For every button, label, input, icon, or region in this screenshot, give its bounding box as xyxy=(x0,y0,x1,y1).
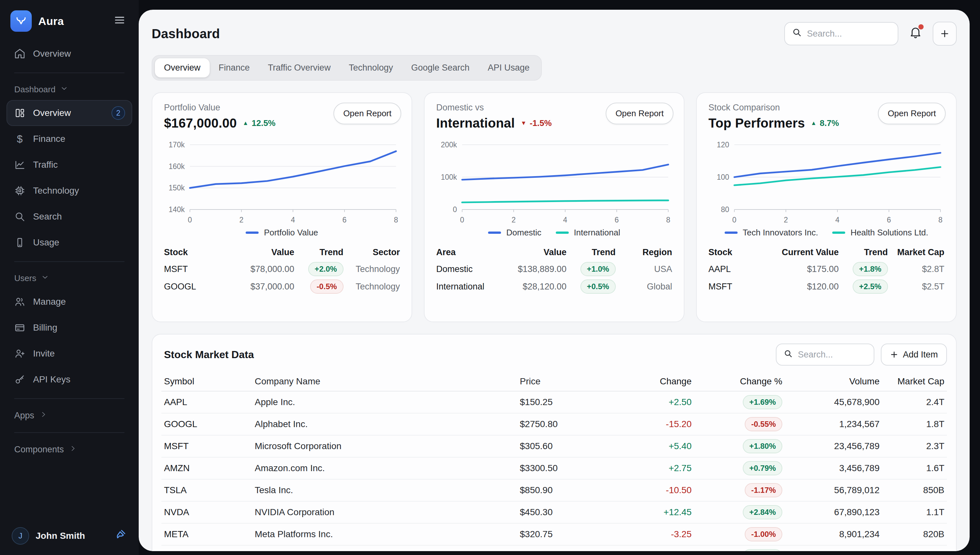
open-report-button[interactable]: Open Report xyxy=(333,103,401,124)
svg-text:4: 4 xyxy=(563,216,568,224)
table-row: METAMeta Platforms Inc.$320.75-3.25-1.00… xyxy=(161,524,947,545)
svg-text:6: 6 xyxy=(887,216,891,224)
svg-text:200k: 200k xyxy=(441,141,457,149)
aura-logo-icon xyxy=(10,10,32,32)
trend-pill: -0.5% xyxy=(310,279,344,294)
sidebar-item-search[interactable]: Search xyxy=(6,204,132,229)
sidebar-item-usage[interactable]: Usage xyxy=(6,229,132,255)
table-header-row: Symbol Company Name Price Change Change … xyxy=(161,372,947,391)
svg-text:2: 2 xyxy=(512,216,516,224)
svg-text:8: 8 xyxy=(666,216,671,224)
trend-pill: +1.0% xyxy=(581,262,616,276)
section-users[interactable]: Users xyxy=(6,268,132,289)
svg-text:100k: 100k xyxy=(441,173,457,181)
add-item-button[interactable]: Add Item xyxy=(881,343,947,366)
sidebar-item-overview-top[interactable]: Overview xyxy=(6,41,132,67)
tab-traffic-overview[interactable]: Traffic Overview xyxy=(259,58,340,77)
table-row: MSFT$78,000.00+2.0%Technology xyxy=(164,260,400,278)
sidebar-item-manage[interactable]: Manage xyxy=(6,289,132,315)
table-row: AAPLApple Inc.$150.25+2.50+1.69%45,678,9… xyxy=(161,391,947,414)
sidebar-item-api-keys[interactable]: API Keys xyxy=(6,367,132,393)
legend-swatch xyxy=(725,231,738,234)
sidebar-item-billing[interactable]: Billing xyxy=(6,315,132,341)
change-pct-pill: +1.89% xyxy=(743,549,782,551)
tab-technology[interactable]: Technology xyxy=(340,58,402,77)
dollar-icon: $ xyxy=(14,133,26,145)
sidebar-item-technology[interactable]: Technology xyxy=(6,178,132,204)
trend-indicator: -1.5% xyxy=(521,118,552,128)
trend-pill: +2.0% xyxy=(308,262,344,276)
search-input[interactable] xyxy=(807,29,891,39)
menu-icon[interactable] xyxy=(111,11,128,31)
tab-overview[interactable]: Overview xyxy=(155,58,210,77)
svg-text:0: 0 xyxy=(188,216,192,224)
divider xyxy=(14,261,124,262)
sidebar-item-traffic[interactable]: Traffic xyxy=(6,152,132,178)
change-pct-pill: +2.84% xyxy=(743,505,782,520)
svg-text:0: 0 xyxy=(732,216,737,224)
table-search-input[interactable] xyxy=(798,350,867,360)
card-domestic-international: Domestic vs International -1.5% Open Rep… xyxy=(424,92,684,322)
notifications-button[interactable] xyxy=(908,24,924,43)
svg-text:100: 100 xyxy=(717,173,729,181)
sidebar-link-apps[interactable]: Apps xyxy=(6,405,132,427)
svg-text:0: 0 xyxy=(460,216,464,224)
sidebar-item-finance[interactable]: $ Finance xyxy=(6,126,132,152)
sidebar-item-invite[interactable]: Invite xyxy=(6,341,132,367)
area-mini-table: AreaValueTrendRegion Domestic$138,889.00… xyxy=(436,244,672,295)
table-row: AAPL$175.00+1.8%$2.8T xyxy=(708,260,945,278)
table-row: NFLXNetflix Inc.$480.20+9.90+1.89%4,567,… xyxy=(161,545,947,551)
svg-text:120: 120 xyxy=(717,141,729,149)
chevron-right-icon xyxy=(69,444,77,455)
chevron-right-icon xyxy=(40,411,47,420)
add-button[interactable] xyxy=(933,22,957,46)
table-search xyxy=(776,343,874,366)
arrow-down-icon xyxy=(521,120,526,127)
theme-brush-icon[interactable] xyxy=(114,528,127,544)
stock-table: Symbol Company Name Price Change Change … xyxy=(161,372,947,551)
search-icon xyxy=(14,210,26,223)
trend-pill: +0.5% xyxy=(581,279,616,294)
open-report-button[interactable]: Open Report xyxy=(878,103,946,124)
table-row: MSFT$120.00+2.5%$2.5T xyxy=(708,278,945,295)
svg-text:8: 8 xyxy=(938,216,943,224)
trend-pill: +1.8% xyxy=(853,262,888,276)
card-portfolio-value: Portfolio Value $167,000.00 12.5% Open R… xyxy=(152,92,412,322)
app-root: Aura Overview Dashboard xyxy=(0,0,980,555)
svg-text:2: 2 xyxy=(240,216,244,224)
table-row: NVDANVIDIA Corporation$450.30+12.45+2.84… xyxy=(161,502,947,524)
user-profile[interactable]: J John Smith xyxy=(8,525,131,547)
legend-swatch xyxy=(246,231,259,234)
sidebar-item-overview[interactable]: Overview 2 xyxy=(6,100,132,126)
section-dashboard[interactable]: Dashboard xyxy=(6,79,132,100)
home-icon xyxy=(14,48,26,60)
tab-bar: Overview Finance Traffic Overview Techno… xyxy=(152,55,542,81)
card-value: International xyxy=(436,116,515,130)
svg-text:4: 4 xyxy=(291,216,295,224)
line-chart-domestic: 0100k200k02468 xyxy=(436,140,672,225)
svg-text:8: 8 xyxy=(394,216,398,224)
card-value: Top Performers xyxy=(708,116,805,130)
tab-finance[interactable]: Finance xyxy=(210,58,259,77)
change-pct-pill: +1.80% xyxy=(743,439,782,453)
tab-google-search[interactable]: Google Search xyxy=(402,58,479,77)
page-title: Dashboard xyxy=(152,27,220,41)
search-icon xyxy=(784,349,793,361)
change-pct-pill: -0.55% xyxy=(745,417,782,431)
global-search xyxy=(784,22,898,45)
brand-row: Aura xyxy=(0,0,139,40)
divider xyxy=(14,72,124,73)
sidebar-nav: Overview Dashboard Overview 2 $ Finance xyxy=(0,40,139,460)
svg-text:4: 4 xyxy=(835,216,840,224)
change-pct-pill: -1.00% xyxy=(745,527,782,541)
open-report-button[interactable]: Open Report xyxy=(606,103,673,124)
avatar: J xyxy=(12,527,29,545)
user-plus-icon xyxy=(14,347,26,360)
stat-cards: Portfolio Value $167,000.00 12.5% Open R… xyxy=(152,92,957,322)
tab-api-usage[interactable]: API Usage xyxy=(479,58,539,77)
sidebar-link-components[interactable]: Components xyxy=(6,439,132,460)
line-chart-comparison: 8010012002468 xyxy=(708,140,945,225)
chevron-down-icon xyxy=(60,84,68,95)
svg-text:2: 2 xyxy=(784,216,788,224)
key-icon xyxy=(14,373,26,386)
